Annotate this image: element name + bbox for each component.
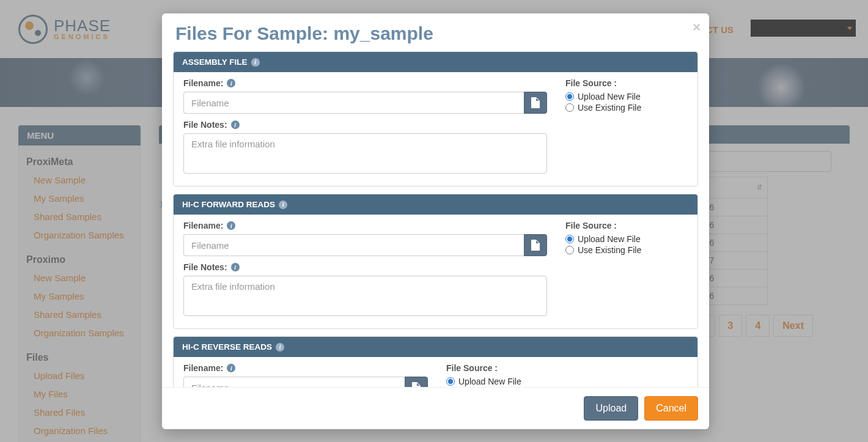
info-icon[interactable]: i (231, 120, 240, 129)
file-icon (531, 97, 540, 108)
radio-upload-new-file[interactable]: Upload New File (446, 377, 688, 386)
file-icon (531, 240, 540, 251)
notes-label: File Notes: i (183, 262, 547, 272)
hic-forward-notes-input[interactable] (183, 276, 547, 316)
radio-use-existing-file-label: Use Existing File (578, 245, 641, 255)
info-icon[interactable]: i (251, 58, 260, 67)
panel-heading-hic-reverse: HI-C REVERSE READS i (174, 337, 697, 357)
panel-heading-hic-reverse-label: HI-C REVERSE READS (182, 342, 272, 352)
browse-file-button[interactable] (524, 92, 547, 114)
modal-title: Files For Sample: my_sample (175, 23, 696, 44)
files-for-sample-modal: Files For Sample: my_sample × ASSEMBLY F… (162, 13, 709, 429)
filename-label: Filename: i (183, 363, 428, 373)
upload-button[interactable]: Upload (584, 396, 638, 421)
panel-hic-forward: HI-C FORWARD READS i Filename: i (173, 194, 698, 329)
panel-hic-reverse: HI-C REVERSE READS i Filename: i (173, 336, 698, 387)
filename-label: Filename: i (183, 221, 547, 230)
radio-upload-new-file-input[interactable] (446, 377, 455, 386)
filename-label: Filename: i (183, 78, 547, 88)
info-icon[interactable]: i (227, 364, 235, 372)
radio-upload-new-file-input[interactable] (565, 92, 574, 101)
radio-use-existing-file[interactable]: Use Existing File (565, 245, 688, 255)
info-icon[interactable]: i (227, 221, 235, 230)
panel-heading-assembly: ASSEMBLY FILE i (174, 52, 697, 72)
radio-upload-new-file-input[interactable] (565, 235, 574, 243)
modal-body: ASSEMBLY FILE i Filename: i (162, 51, 709, 387)
radio-use-existing-file[interactable]: Use Existing File (565, 103, 688, 112)
radio-use-existing-file-label: Use Existing File (578, 103, 641, 112)
radio-upload-new-file[interactable]: Upload New File (565, 92, 688, 101)
browse-file-button[interactable] (405, 377, 428, 387)
radio-upload-new-file[interactable]: Upload New File (565, 234, 688, 244)
assembly-notes-input[interactable] (183, 133, 547, 174)
info-icon[interactable]: i (231, 263, 240, 271)
radio-use-existing-file-input[interactable] (565, 246, 574, 254)
browse-file-button[interactable] (524, 234, 547, 256)
hic-forward-filename-input[interactable] (183, 234, 524, 256)
panel-heading-hic-forward-label: HI-C FORWARD READS (182, 200, 275, 209)
info-icon[interactable]: i (227, 79, 235, 87)
radio-upload-new-file-label: Upload New File (578, 234, 641, 244)
panel-assembly-file: ASSEMBLY FILE i Filename: i (173, 51, 698, 186)
panel-heading-assembly-label: ASSEMBLY FILE (182, 57, 248, 67)
radio-use-existing-file-input[interactable] (565, 103, 574, 112)
cancel-button[interactable]: Cancel (644, 396, 698, 421)
file-source-label: File Source : (565, 221, 688, 230)
panel-heading-hic-forward: HI-C FORWARD READS i (174, 194, 697, 215)
info-icon[interactable]: i (276, 343, 284, 352)
radio-upload-new-file-label: Upload New File (578, 92, 641, 101)
assembly-filename-input[interactable] (183, 92, 524, 114)
modal-footer: Upload Cancel (162, 387, 709, 429)
info-icon[interactable]: i (279, 201, 287, 209)
file-icon (412, 382, 421, 387)
file-source-label: File Source : (565, 78, 688, 88)
radio-upload-new-file-label: Upload New File (458, 377, 521, 386)
notes-label: File Notes: i (183, 120, 547, 130)
hic-reverse-filename-input[interactable] (183, 377, 405, 387)
file-source-label: File Source : (446, 363, 688, 373)
close-icon[interactable]: × (693, 20, 701, 35)
